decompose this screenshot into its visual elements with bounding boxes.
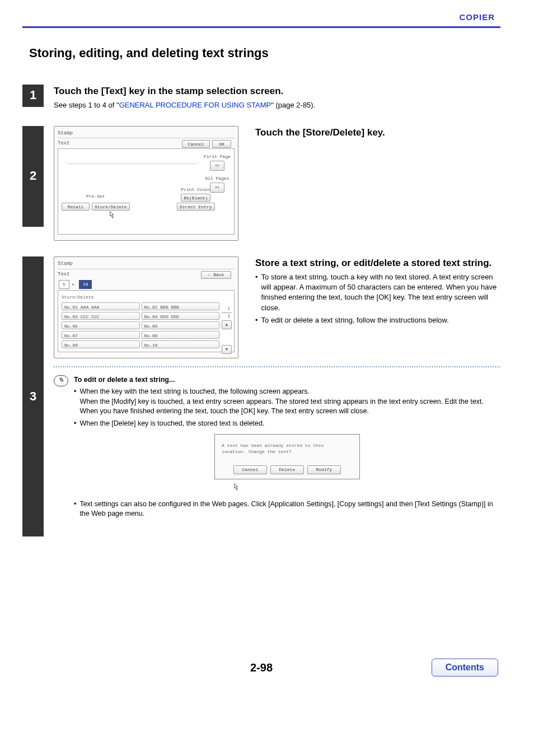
back-arrow-icon: ←: [208, 272, 214, 278]
step-number-2: 2: [22, 126, 44, 227]
scroll-down-button[interactable]: ▼: [222, 345, 232, 354]
step3-heading: Store a text string, or edit/delete a st…: [255, 256, 500, 270]
back-label: Back: [213, 272, 224, 278]
panel3-stamp-label: Stamp: [58, 260, 235, 268]
scroll-up-button[interactable]: ▲: [222, 320, 232, 329]
bullet-icon: [74, 387, 76, 417]
text-slot[interactable]: No.04 DDD DDD: [142, 312, 220, 320]
panel-text-label: Text: [58, 141, 70, 146]
dialog-delete-button[interactable]: Delete: [270, 465, 304, 474]
tab-5[interactable]: 5: [59, 280, 69, 288]
panel3-text-label: Text: [58, 272, 70, 277]
step1-sub-a: See steps 1 to 4 of ": [54, 101, 119, 109]
header-label: COPIER: [22, 11, 500, 23]
first-page-label: First Page: [204, 153, 231, 160]
note-p2: When the [Delete] key is touched, the st…: [79, 419, 264, 429]
recall-button[interactable]: Recall: [62, 203, 90, 211]
bullet-icon: [255, 272, 258, 313]
text-slot[interactable]: No.06: [142, 321, 220, 329]
step3-panel: Stamp Text ← Back 5 ▸: [54, 256, 238, 358]
store-delete-label: Store/Delete: [62, 294, 219, 300]
text-slot[interactable]: No.07: [62, 331, 140, 339]
text-slot[interactable]: No.09: [62, 340, 140, 348]
panel-stamp-label: Stamp: [58, 130, 235, 137]
text-slot[interactable]: No.03 CCC CCC: [62, 312, 140, 320]
step2-panel: Stamp Text Cancel OK First Page ▭: [54, 126, 238, 241]
note-p1b: When the [Modify] key is touched, a text…: [79, 398, 484, 416]
note-icon: ✎: [54, 375, 68, 386]
all-pages-label: All Pages: [204, 175, 231, 181]
step1-heading: Touch the [Text] key in the stamp select…: [54, 85, 500, 98]
text-slot[interactable]: No.05: [62, 321, 140, 329]
text-slot[interactable]: No.02 BBB BBB: [142, 302, 220, 310]
step1-subtext: See steps 1 to 4 of "GENERAL PROCEDURE F…: [54, 100, 500, 110]
text-slot[interactable]: No.08: [142, 331, 220, 339]
step-number-3: 3: [22, 256, 44, 536]
bullet-icon: [74, 419, 76, 429]
text-slot[interactable]: No.01 AAA AAA: [62, 302, 140, 310]
step2-heading: Touch the [Store/Delete] key.: [255, 126, 500, 139]
contents-button[interactable]: Contents: [432, 659, 498, 676]
preset-label: Pre-Set: [62, 193, 130, 199]
pointer-icon: [106, 209, 118, 222]
note-p1: When the key with the text string is tou…: [79, 388, 310, 395]
page-indicator-3: 3: [222, 312, 232, 319]
page-indicator-1: 1: [222, 305, 232, 311]
page-number: 2-98: [22, 660, 500, 675]
dialog-cancel-button[interactable]: Cancel: [233, 465, 267, 474]
section-title: Storing, editing, and deleting text stri…: [29, 45, 500, 62]
step-number-1: 1: [22, 85, 44, 107]
step3-bullet-2: To edit or delete a text string, follow …: [261, 315, 449, 325]
cancel-button[interactable]: Cancel: [182, 140, 210, 148]
pointer-icon: [231, 482, 242, 494]
step1-sub-b: " (page 2-85).: [271, 101, 315, 109]
confirm-dialog: A text has been already stored to this l…: [214, 434, 360, 479]
direct-entry-button[interactable]: Direct Entry: [177, 203, 215, 211]
step3-bullet-1: To store a text string, touch a key with…: [261, 272, 500, 313]
text-slot[interactable]: No.10: [142, 340, 220, 348]
all-pages-icon[interactable]: ▭: [210, 183, 224, 193]
text-slot-grid: No.01 AAA AAA No.02 BBB BBB No.03 CCC CC…: [62, 302, 219, 348]
header-rule: [22, 26, 500, 28]
bullet-icon: [255, 315, 258, 325]
back-button[interactable]: ← Back: [201, 271, 231, 279]
tab-10[interactable]: 10: [79, 280, 92, 288]
first-page-icon[interactable]: ▭: [210, 161, 224, 171]
note-title: To edit or delete a text string...: [74, 376, 175, 384]
step1-link[interactable]: GENERAL PROCEDURE FOR USING STAMP: [119, 101, 271, 109]
dialog-modify-button[interactable]: Modify: [307, 465, 341, 474]
dialog-line-2: location. Change the text?: [222, 449, 353, 455]
dialog-line-1: A text has been already stored to this: [222, 442, 353, 449]
note-p3: Text settings can also be configured in …: [79, 500, 500, 519]
ok-button[interactable]: OK: [212, 140, 231, 148]
dashed-separator: [54, 366, 500, 367]
bullet-icon: [74, 500, 76, 519]
